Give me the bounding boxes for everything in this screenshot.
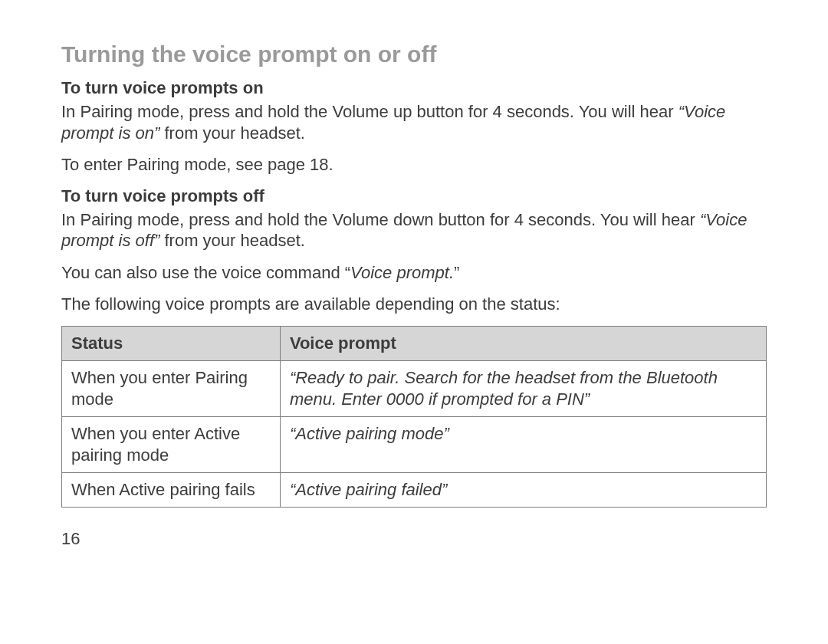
on-paragraph-2: To enter Pairing mode, see page 18.: [61, 154, 767, 176]
table-row: When Active pairing fails “Active pairin…: [62, 473, 767, 508]
section-title: Turning the voice prompt on or off: [61, 41, 767, 67]
prompt-cell: “Ready to pair. Search for the headset f…: [280, 360, 766, 416]
table-row: When you enter Pairing mode “Ready to pa…: [62, 360, 767, 416]
subhead-off: To turn voice prompts off: [61, 186, 767, 206]
voice-command-quote: Voice prompt.: [350, 263, 454, 282]
status-cell: When Active pairing fails: [62, 473, 281, 508]
status-cell: When you enter Active pairing mode: [62, 416, 281, 472]
col-status: Status: [62, 326, 281, 360]
prompt-cell: “Active pairing mode”: [280, 416, 766, 472]
manual-page: Turning the voice prompt on or off To tu…: [0, 0, 828, 580]
on-paragraph-1: In Pairing mode, press and hold the Volu…: [61, 101, 767, 143]
text: from your headset.: [159, 123, 305, 143]
table-header-row: Status Voice prompt: [62, 326, 767, 360]
col-voice-prompt: Voice prompt: [280, 326, 766, 360]
table-intro: The following voice prompts are availabl…: [61, 294, 767, 315]
page-number: 16: [61, 529, 767, 549]
text: In Pairing mode, press and hold the Volu…: [61, 102, 678, 121]
prompt-cell: “Active pairing failed”: [280, 473, 766, 508]
table-row: When you enter Active pairing mode “Acti…: [62, 416, 767, 472]
status-cell: When you enter Pairing mode: [62, 360, 281, 416]
subhead-on: To turn voice prompts on: [61, 78, 767, 98]
voice-prompt-table: Status Voice prompt When you enter Pairi…: [61, 326, 767, 508]
text: ”: [454, 263, 459, 282]
off-paragraph-2: You can also use the voice command “Voic…: [61, 262, 767, 284]
text: from your headset.: [159, 231, 305, 250]
text: In Pairing mode, press and hold the Volu…: [61, 210, 700, 229]
text: You can also use the voice command “: [61, 263, 350, 282]
off-paragraph-1: In Pairing mode, press and hold the Volu…: [61, 209, 767, 251]
